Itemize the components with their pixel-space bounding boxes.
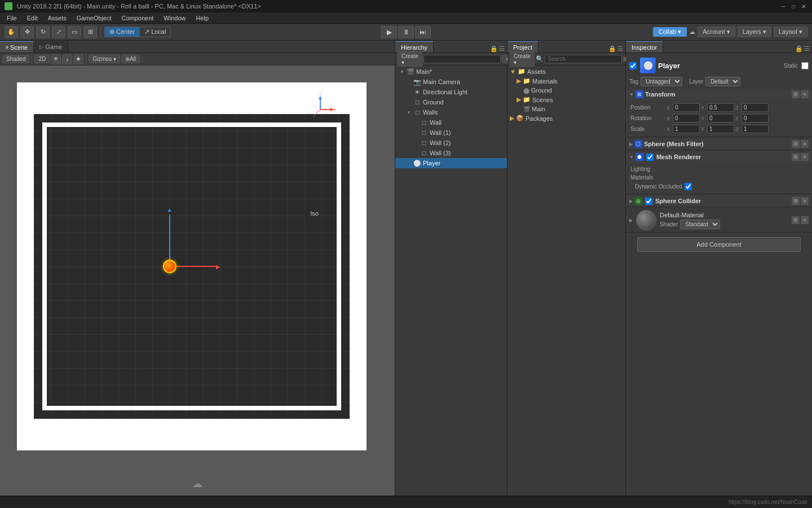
hier-menu-icon[interactable]: ☰ (499, 45, 505, 52)
proj-ground-mat[interactable]: ⬤ Ground (508, 86, 625, 95)
mesh-filter-menu-btn[interactable]: ≡ (801, 140, 809, 148)
rotate-tool-btn[interactable]: ↻ (36, 26, 50, 38)
multi-tool-btn[interactable]: ⊞ (83, 26, 97, 38)
obj-active-checkbox[interactable] (629, 62, 637, 69)
menu-gameobject[interactable]: GameObject (72, 14, 116, 22)
lighting-btn[interactable]: ☀ (51, 54, 61, 64)
mat-settings-btn[interactable]: ⚙ (792, 216, 800, 224)
mesh-renderer-header[interactable]: ▼ ⬢ Mesh Renderer ⚙ ≡ (626, 151, 812, 163)
collab-button[interactable]: Collab ▾ (653, 27, 687, 37)
play-button[interactable]: ▶ (381, 26, 397, 38)
tree-scene-root[interactable]: ▼ 🎬 Main* (395, 67, 507, 77)
tab-project[interactable]: Project (508, 41, 539, 52)
scene-viewport[interactable]: Iso Y X (0, 65, 395, 496)
hier-create-btn[interactable]: Create ▾ (398, 52, 422, 67)
hand-tool-btn[interactable]: ✋ (5, 26, 18, 38)
rot-y-field[interactable] (707, 114, 734, 122)
menu-edit[interactable]: Edit (23, 14, 42, 22)
add-component-button[interactable]: Add Component (637, 237, 801, 252)
insp-lock-icon[interactable]: 🔒 (795, 45, 803, 52)
audio-btn[interactable]: ♪ (62, 54, 72, 64)
mesh-filter-header[interactable]: ▶ ⬡ Sphere (Mesh Filter) ⚙ ≡ (626, 138, 812, 150)
hier-search-input[interactable] (423, 55, 501, 63)
tree-dir-light[interactable]: ☀ Directional Light (395, 87, 507, 97)
proj-scenes-folder[interactable]: ▶ 📁 Scenes (508, 95, 625, 104)
tree-wall-2[interactable]: □ Wall (2) (395, 138, 507, 148)
tab-game[interactable]: ▷ Game (34, 41, 68, 52)
menu-help[interactable]: Help (191, 14, 213, 22)
sphere-collider-menu-btn[interactable]: ≡ (801, 197, 809, 205)
cloud-icon[interactable]: ☁ (689, 28, 695, 36)
tag-select[interactable]: Untagged (641, 77, 682, 86)
scale-x-field[interactable] (673, 125, 700, 133)
proj-materials-folder[interactable]: ▶ 📁 Materials (508, 76, 625, 86)
proj-assets-folder[interactable]: ▼ 📁 Assets (508, 67, 625, 76)
menu-assets[interactable]: Assets (43, 14, 71, 22)
gizmos-dropdown[interactable]: Gizmos ▾ (89, 55, 120, 63)
transform-settings-btn[interactable]: ⚙ (792, 90, 800, 98)
proj-main-scene[interactable]: 🎬 Main (508, 104, 625, 113)
menu-component[interactable]: Component (117, 14, 158, 22)
pos-z-field[interactable] (742, 103, 769, 112)
mesh-renderer-settings-btn[interactable]: ⚙ (792, 153, 800, 161)
tab-hierarchy[interactable]: Hierarchy (395, 41, 434, 52)
sphere-collider-checkbox[interactable] (645, 198, 652, 205)
mesh-renderer-checkbox[interactable] (646, 154, 654, 161)
proj-packages-folder[interactable]: ▶ 📦 Packages (508, 113, 625, 123)
rot-z-field[interactable] (742, 114, 769, 122)
static-checkbox[interactable] (801, 62, 809, 69)
pos-y-field[interactable] (707, 103, 734, 112)
hier-lock-icon[interactable]: 🔒 (490, 45, 498, 52)
shader-select[interactable]: Standard (680, 220, 720, 229)
tree-player[interactable]: ⚪ Player (395, 158, 507, 168)
player-object[interactable] (163, 260, 176, 273)
tab-inspector[interactable]: Inspector (626, 41, 663, 52)
move-tool-btn[interactable]: ✥ (20, 26, 34, 38)
dynamic-occluded-checkbox[interactable] (685, 183, 692, 190)
transform-header[interactable]: ▼ ⊞ Transform ⚙ ≡ (626, 89, 812, 100)
scale-tool-btn[interactable]: ⤢ (52, 26, 65, 38)
tree-ground[interactable]: □ Ground (395, 97, 507, 107)
mat-menu-btn[interactable]: ≡ (801, 216, 809, 224)
mesh-renderer-menu-btn[interactable]: ≡ (801, 153, 809, 161)
pos-x-field[interactable] (673, 103, 700, 112)
tree-main-camera[interactable]: 📷 Main Camera (395, 77, 507, 87)
sphere-collider-header[interactable]: ▶ ◎ Sphere Collider ⚙ ≡ (626, 195, 812, 207)
all-btn[interactable]: ⊕All (121, 55, 140, 63)
scale-y-field[interactable] (707, 125, 734, 133)
tree-wall-3[interactable]: □ Wall (3) (395, 148, 507, 158)
insp-menu-icon[interactable]: ☰ (804, 45, 810, 52)
close-btn[interactable]: ✕ (800, 2, 807, 10)
2d-toggle[interactable]: 2D (34, 55, 50, 63)
menu-window[interactable]: Window (159, 14, 190, 22)
proj-create-btn[interactable]: Create ▾ (510, 52, 535, 67)
sphere-collider-settings-btn[interactable]: ⚙ (792, 197, 800, 205)
transform-menu-btn[interactable]: ≡ (801, 90, 809, 98)
center-toggle[interactable]: ⊕ Center (105, 27, 140, 37)
material-sphere-preview[interactable] (636, 210, 656, 230)
rect-tool-btn[interactable]: ▭ (68, 26, 81, 38)
layer-select[interactable]: Default (705, 77, 740, 86)
tree-walls[interactable]: ▼ □ Walls (395, 107, 507, 117)
tree-wall-1[interactable]: □ Wall (1) (395, 128, 507, 138)
proj-search-input[interactable] (545, 55, 622, 63)
layers-dropdown[interactable]: Layers ▾ (738, 27, 771, 37)
menu-file[interactable]: File (2, 14, 21, 22)
shading-dropdown[interactable]: Shaded (2, 55, 29, 63)
account-dropdown[interactable]: Account ▾ (698, 27, 735, 37)
local-toggle[interactable]: ↗ Local (140, 27, 170, 37)
layout-dropdown[interactable]: Layout ▾ (774, 27, 807, 37)
effects-btn[interactable]: ★ (73, 54, 83, 64)
rot-x-field[interactable] (673, 114, 700, 122)
proj-menu-icon[interactable]: ☰ (617, 45, 623, 52)
scale-z-field[interactable] (742, 125, 769, 133)
tab-scene[interactable]: # Scene (0, 41, 34, 52)
minimize-btn[interactable]: ─ (779, 2, 787, 10)
pause-button[interactable]: ⏸ (398, 26, 414, 38)
step-button[interactable]: ⏭ (415, 26, 431, 38)
tree-wall[interactable]: □ Wall (395, 117, 507, 128)
obj-name[interactable]: Player (658, 62, 782, 70)
proj-lock-icon[interactable]: 🔒 (608, 45, 616, 52)
maximize-btn[interactable]: □ (789, 2, 797, 10)
mesh-filter-settings-btn[interactable]: ⚙ (792, 140, 800, 148)
